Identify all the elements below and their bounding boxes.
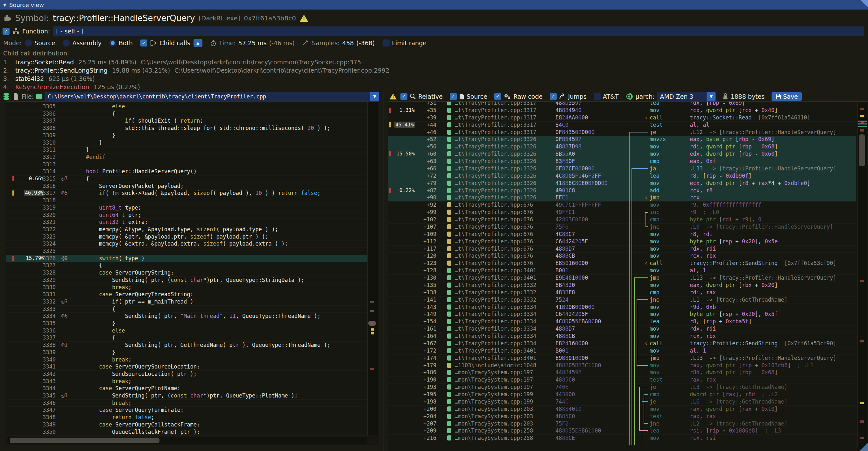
child-call-entry[interactable]: 3.stat64i32625 μs (1.36%) (3, 75, 868, 84)
asm-row[interactable]: 15.50%+60…t\TracyProfiler.cpp:33268B55A0… (388, 150, 856, 158)
source-line[interactable]: 3321 uint32_t extra; (6, 218, 369, 226)
relative-checkbox[interactable]: Relative (400, 93, 443, 100)
source-line[interactable]: 3323 memcpy( &ptr, &payload.ptr, sizeof(… (6, 233, 369, 241)
source-line[interactable]: 3314bool Profiler::HandleServerQuery() (6, 168, 369, 176)
source-line[interactable]: 3319 uint8_t type; (6, 204, 369, 212)
source-line[interactable]: 3348 return false; (6, 414, 369, 421)
asm-row[interactable]: +123…t\TracyProfiler.hpp:676E850160000‹c… (388, 260, 856, 267)
asm-row[interactable]: +46…t\TracyProfiler.cpp:33170F8435020000… (388, 129, 856, 136)
asm-row[interactable]: +31…t\TracyProfiler.cpp:3317488D5597lear… (388, 101, 856, 107)
source-line[interactable]: 3322 memcpy( &type, &payload.type, sizeo… (6, 226, 369, 234)
source-horizontal-scrollbar[interactable] (7, 437, 367, 444)
source-line[interactable]: 3308 std::this_thread::sleep_for( std::c… (6, 124, 369, 132)
source-line[interactable]: 3313 (6, 161, 369, 169)
source-line[interactable]: 3343 break; (6, 378, 369, 385)
source-line[interactable]: 3350 QueueCallstackFrame( ptr ); (6, 428, 369, 436)
chevron-down-icon[interactable]: ▼ (370, 92, 379, 101)
asm-row[interactable]: +198…mon\TracySystem.cpp:199744Cje.L6 ->… (388, 398, 856, 406)
source-line[interactable]: 3336 else (6, 327, 369, 335)
source-line[interactable]: 3310 } (6, 139, 369, 147)
asm-row[interactable]: +39…t\TracyProfiler.cpp:3317E824AA0000‹c… (388, 114, 856, 122)
raw-code-checkbox[interactable]: Raw code (494, 93, 543, 100)
source-line[interactable]: 3327 { (6, 262, 369, 269)
source-line[interactable]: 3307 if( shouldExit ) return; (6, 117, 369, 125)
source-line[interactable]: 3341 case ServerQuerySourceLocation: (6, 363, 369, 371)
asm-row[interactable]: +186…mon\TracySystem.cpp:197448B4598movr… (388, 369, 856, 377)
source-line[interactable]: 3332@3 if( ptr == m_mainThread ) (6, 298, 369, 306)
asm-row[interactable]: 0.22%+87…t\TracyProfiler.cpp:33264903C8a… (388, 187, 856, 194)
source-line[interactable]: 3318 (6, 197, 369, 205)
asm-row[interactable]: +179…1103\include\atomic:1048488B05B63C1… (388, 362, 856, 369)
asm-row[interactable]: +107…t\TracyProfiler.hpp:67675F6jne.L0 -… (388, 223, 856, 231)
asm-row[interactable]: +167…t\TracyProfiler.cpp:3334E824160000‹… (388, 340, 856, 348)
asm-row[interactable]: +138…t\TracyProfiler.cpp:3332483BF8cmprd… (388, 289, 856, 297)
asm-row[interactable]: +66…t\TracyProfiler.cpp:33260F87CE060000… (388, 165, 856, 173)
source-line[interactable]: 3328 case ServerQueryString: (6, 269, 369, 277)
child-calls-checkbox[interactable]: Child calls ▲ (141, 39, 203, 47)
child-call-entry[interactable]: 2.tracy::Profiler::SendLongString19.88 m… (3, 67, 868, 75)
chevron-down-icon[interactable]: ▼ (707, 92, 716, 101)
asm-row[interactable]: +161…t\TracyProfiler.cpp:3334488BD7movrd… (388, 325, 856, 333)
source-line[interactable]: 3316 ServerQueryPacket payload; (6, 182, 369, 190)
asm-row[interactable]: +209…mon\TracySystem.cpp:258488D35E88610… (388, 427, 856, 435)
source-line[interactable]: 46.93%3317@5 if( !m_sock->Read( &payload… (6, 189, 369, 197)
asm-row[interactable]: +207…mon\TracySystem.cpp:20375F2jne.L2 -… (388, 420, 856, 428)
source-line[interactable]: 3320 uint64_t ptr; (6, 211, 369, 219)
source-line[interactable]: 15.79%3326@9 switch( type ) (6, 255, 369, 263)
source-line[interactable]: 3345@1 SendString( ptr, (const char*)ptr… (6, 392, 369, 400)
source-line[interactable]: 3349 case ServerQueryCallstackFrame: (6, 421, 369, 429)
source-line[interactable]: 3342 SendSourceLocation( ptr ); (6, 370, 369, 378)
source-line[interactable]: 3334@6 SendString( ptr, "Main thread", 1… (6, 312, 369, 320)
asm-scroll-thumb[interactable] (859, 134, 865, 166)
asm-row[interactable]: +112…t\TracyProfiler.hpp:676C64424205Emo… (388, 238, 856, 246)
function-combo[interactable]: [ - self - ] (53, 26, 864, 36)
source-line[interactable]: 3309 } (6, 132, 369, 140)
asm-row[interactable]: +90…t\TracyProfiler.cpp:3326FFE1‹jmprcx (388, 194, 856, 202)
asm-row[interactable]: +102…t\TracyProfiler.hpp:67642803C0F00cm… (388, 216, 856, 223)
radio-both[interactable]: Both (109, 39, 133, 47)
title-bar[interactable]: ▼ Source view (0, 0, 868, 10)
source-line[interactable]: 3306 { (6, 110, 369, 118)
function-checkbox[interactable] (3, 28, 9, 35)
asm-row[interactable]: +128…t\TracyProfiler.cpp:3401B001moval, … (388, 267, 856, 275)
source-line[interactable]: 3324 memcpy( &extra, &payload.extra, siz… (6, 240, 369, 248)
source-line[interactable]: 3347 case ServerQueryTerminate: (6, 407, 369, 414)
source-line[interactable]: 3338@1 SendString( ptr, GetThreadName( p… (6, 341, 369, 349)
source-line[interactable]: 3311} (6, 146, 369, 154)
source-vertical-scrollbar[interactable] (367, 101, 378, 435)
asm-row[interactable]: +190…mon\TracySystem.cpp:1974885C0testra… (388, 376, 856, 384)
source-line[interactable]: 3335 } (6, 320, 369, 327)
file-combo[interactable]: C:\Users\wolf\Desktop\darkrl\contrib\tra… (44, 92, 379, 101)
save-button[interactable]: Save (772, 92, 802, 101)
asm-row[interactable]: +72…t\TracyProfiler.cpp:33264C8D05F146F2… (388, 172, 856, 180)
pane-divider[interactable] (383, 91, 388, 451)
jumps-checkbox[interactable]: Jumps (550, 93, 587, 100)
source-line[interactable]: 3329 SendString( ptr, (const char*)ptr, … (6, 276, 369, 284)
source-line[interactable]: 3344 case ServerQueryPlotName: (6, 385, 369, 392)
asm-row[interactable]: +99…t\TracyProfiler.hpp:67649FFC1→incr9 … (388, 209, 856, 216)
asm-row[interactable]: +193…mon\TracySystem.cpp:197740Eje.L3 ->… (388, 384, 856, 391)
source-line[interactable]: 3312#endif (6, 153, 369, 161)
asm-row[interactable]: +174…t\TracyProfiler.cpp:3401E9B8010000j… (388, 355, 856, 362)
asm-vertical-scrollbar[interactable] (858, 101, 867, 451)
source-line[interactable]: 3333 { (6, 305, 369, 313)
source-line[interactable]: 3339 } (6, 349, 369, 356)
source-line[interactable]: 3337 { (6, 334, 369, 342)
collapse-icon[interactable]: ▼ (3, 3, 6, 7)
asm-row[interactable]: +200…mon\TracySystem.cpp:203488B4010movr… (388, 405, 856, 413)
source-checkbox[interactable]: Source (450, 93, 487, 100)
asm-row[interactable]: +143…t\TracyProfiler.cpp:333441B90B00000… (388, 304, 856, 311)
asm-row[interactable]: +154…t\TracyProfiler.cpp:33344C8D055FBA0… (388, 318, 856, 326)
att-checkbox[interactable]: AT&T (594, 93, 619, 100)
asm-row[interactable]: +52…t\TracyProfiler.cpp:33260FB64597movz… (388, 136, 856, 143)
asm-row[interactable]: +130…t\TracyProfiler.cpp:3401E9E4010000j… (388, 274, 856, 282)
resize-grip[interactable] (860, 443, 868, 451)
asm-row[interactable]: +164…t\TracyProfiler.cpp:3334488BCBmovrc… (388, 332, 856, 340)
limit-range-checkbox[interactable]: Limit range (382, 39, 427, 47)
source-line[interactable]: 3305 else (6, 103, 369, 111)
asm-row[interactable]: +92…t\TracyProfiler.hpp:67649C7C1FFFFFFF… (388, 201, 856, 209)
asm-row[interactable]: +79…t\TracyProfiler.cpp:3326418B8C80E0BF… (388, 180, 856, 187)
source-line[interactable]: 3330 break; (6, 284, 369, 292)
collapse-child-calls-button[interactable]: ▲ (193, 39, 203, 47)
asm-row[interactable]: 1.31%+35…t\TracyProfiler.cpp:3317488B494… (388, 107, 856, 114)
